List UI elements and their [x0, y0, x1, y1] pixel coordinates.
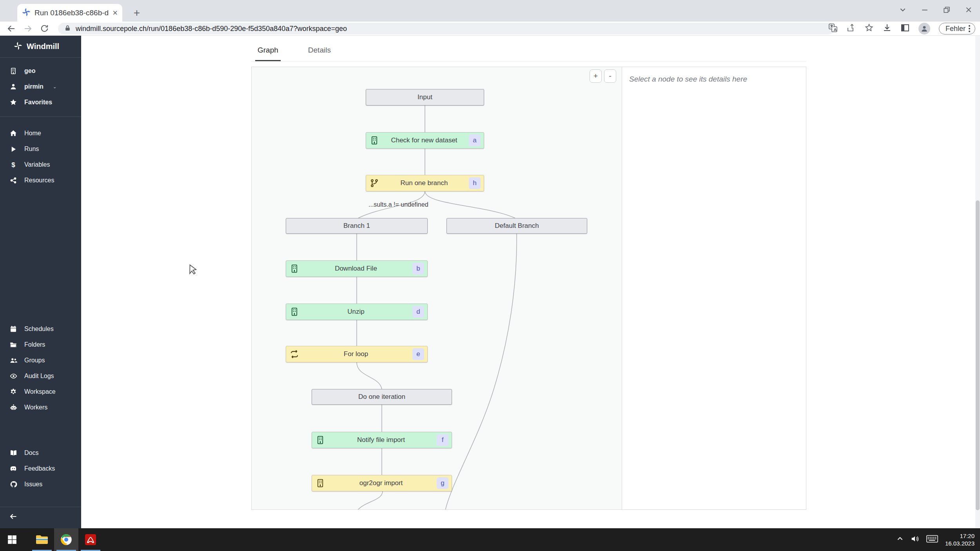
sidebar-item-label: Runs — [24, 145, 39, 153]
sidebar-item-label: Variables — [24, 161, 50, 168]
robot-icon — [9, 404, 17, 411]
flow-node-branch-1[interactable]: Branch 1 — [286, 218, 428, 234]
sidebar-item-feedbacks[interactable]: Feedbacks — [0, 461, 81, 476]
flow-node-label: For loop — [299, 350, 412, 358]
building-icon — [315, 436, 325, 444]
start-button[interactable] — [0, 528, 24, 551]
flow-node-unzip[interactable]: Unzipd — [286, 304, 428, 320]
favorites-label: Favorites — [24, 99, 52, 106]
taskbar-clock[interactable]: 17:20 16.03.2023 — [945, 532, 978, 547]
browser-tab[interactable]: Run 0186eb38-c86b-d590-290e- × — [17, 4, 122, 22]
node-id-badge: h — [469, 177, 481, 189]
calendar-icon — [9, 326, 17, 333]
sidebar-item-favorites[interactable]: Favorites — [0, 95, 81, 110]
flow-node-input[interactable]: Input — [366, 89, 484, 105]
window-minimize-button[interactable] — [921, 6, 928, 13]
browser-error-button[interactable]: Fehler — [939, 23, 975, 35]
brand-name: Windmill — [27, 42, 59, 51]
tab-close-icon[interactable]: × — [113, 9, 118, 17]
sidebar-item-label: Folders — [24, 341, 45, 348]
sidebar-item-variables[interactable]: $Variables — [0, 157, 81, 173]
keyboard-icon[interactable] — [926, 535, 938, 545]
sidebar-item-home[interactable]: Home — [0, 125, 81, 141]
windmill-brand[interactable]: Windmill — [0, 36, 81, 58]
view-tabs: GraphDetails — [251, 43, 806, 62]
chevron-down-icon: ⌄ — [53, 84, 56, 89]
star-icon — [9, 99, 17, 106]
home-icon — [9, 130, 17, 137]
flow-node-label: Default Branch — [450, 222, 584, 230]
node-id-badge: b — [412, 263, 424, 275]
repeat-icon — [289, 350, 299, 358]
sidebar-item-resources[interactable]: Resources — [0, 173, 81, 188]
tab-graph[interactable]: Graph — [255, 43, 281, 61]
flow-node-default-branch[interactable]: Default Branch — [446, 218, 587, 234]
flow-node-ogr2ogr-import[interactable]: ogr2ogr importg — [312, 475, 452, 491]
collapse-sidebar-button[interactable] — [0, 507, 81, 528]
chrome-taskbar-icon[interactable] — [54, 528, 78, 551]
zoom-in-button[interactable]: + — [590, 69, 602, 83]
sidebar-item-label: Feedbacks — [24, 465, 55, 472]
flow-node-download-file[interactable]: Download Fileb — [286, 260, 428, 277]
lock-icon[interactable] — [64, 25, 71, 33]
discord-icon — [9, 465, 17, 472]
tray-chevron-up-icon[interactable] — [897, 535, 904, 544]
browser-toolbar: windmill.sourcepole.ch/run/0186eb38-c86b… — [0, 22, 980, 36]
sidebar-item-workers[interactable]: Workers — [0, 400, 81, 415]
user-name: pirmin — [24, 83, 44, 90]
flow-node-for-loop[interactable]: For loope — [286, 346, 428, 362]
main-content: GraphDetails InputCheck for new dataseta… — [81, 36, 975, 528]
sidebar-item-label: Workers — [24, 404, 47, 411]
page-scrollbar[interactable] — [975, 36, 980, 528]
side-panel-icon[interactable] — [900, 23, 910, 34]
git-branch-icon — [369, 179, 379, 187]
building-icon — [315, 479, 325, 487]
tab-search-chevron-icon[interactable] — [899, 6, 906, 13]
building-icon — [289, 307, 299, 316]
menu-dots-icon[interactable] — [969, 25, 970, 32]
sidebar-item-user[interactable]: pirmin ⌄ — [0, 79, 81, 95]
flow-node-label: Input — [369, 93, 481, 101]
arrow-left-icon — [9, 515, 17, 522]
file-explorer-taskbar-icon[interactable] — [30, 528, 54, 551]
window-close-button[interactable] — [965, 6, 972, 13]
flow-node-run-one-branch[interactable]: Run one branchh — [366, 175, 484, 191]
sidebar-item-groups[interactable]: Groups — [0, 353, 81, 368]
speaker-icon[interactable] — [911, 535, 919, 545]
url-text[interactable]: windmill.sourcepole.ch/run/0186eb38-c86b… — [76, 25, 347, 33]
reload-button[interactable] — [39, 24, 49, 34]
scrollbar-thumb[interactable] — [976, 200, 980, 510]
flow-node-label: Download File — [299, 265, 412, 273]
forward-button[interactable] — [23, 24, 33, 34]
profile-avatar[interactable] — [918, 23, 930, 35]
translate-icon[interactable] — [828, 23, 838, 34]
flow-canvas[interactable]: InputCheck for new datasetaRun one branc… — [252, 67, 622, 509]
back-button[interactable] — [6, 24, 16, 34]
flow-node-do-iteration[interactable]: Do one iteration — [312, 389, 452, 405]
new-tab-button[interactable]: + — [130, 6, 143, 20]
sidebar-item-docs[interactable]: Docs — [0, 445, 81, 461]
browser-tabstrip: Run 0186eb38-c86b-d590-290e- × + — [0, 0, 980, 22]
sidebar-item-label: Docs — [24, 449, 38, 456]
sidebar-item-folders[interactable]: Folders — [0, 337, 81, 353]
sidebar-item-audit-logs[interactable]: Audit Logs — [0, 368, 81, 384]
building-icon — [369, 136, 379, 145]
sidebar-item-runs[interactable]: Runs — [0, 141, 81, 157]
flow-node-label: Check for new dataset — [379, 136, 469, 144]
flow-node-notify-import[interactable]: Notify file importf — [312, 432, 452, 448]
flow-node-check-dataset[interactable]: Check for new dataseta — [366, 132, 484, 149]
window-restore-button[interactable] — [943, 6, 950, 13]
acrobat-taskbar-icon[interactable] — [78, 528, 103, 551]
sidebar-item-schedules[interactable]: Schedules — [0, 321, 81, 337]
sidebar-item-issues[interactable]: Issues — [0, 476, 81, 492]
bookmark-star-icon[interactable] — [864, 23, 874, 34]
sidebar-item-workspace[interactable]: Workspace — [0, 384, 81, 400]
windmill-logo-icon — [13, 41, 23, 52]
share-icon[interactable] — [846, 23, 856, 34]
download-icon[interactable] — [882, 23, 892, 34]
address-bar[interactable]: windmill.sourcepole.ch/run/0186eb38-c86b… — [58, 23, 834, 35]
branch-condition-label: ...sults.a != undefined — [368, 201, 428, 208]
tab-details[interactable]: Details — [306, 43, 333, 61]
zoom-out-button[interactable]: - — [604, 69, 616, 83]
sidebar-item-workspace-geo[interactable]: geo — [0, 63, 81, 79]
